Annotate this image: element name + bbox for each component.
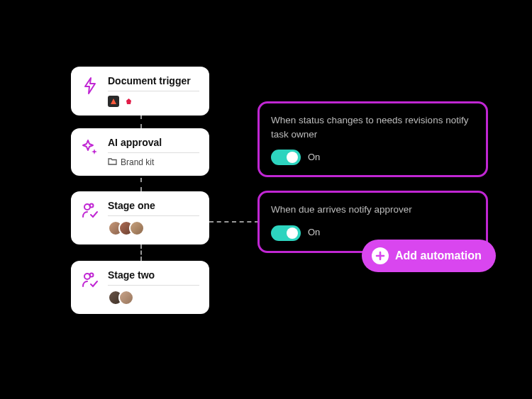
app-badges — [108, 96, 199, 107]
stage-title: Stage two — [108, 269, 199, 286]
stage-title: Stage one — [108, 200, 199, 216]
plus-circle-icon — [372, 247, 389, 264]
connector-vertical-3 — [140, 245, 142, 261]
avatars — [108, 220, 199, 236]
stage-card-stage-one[interactable]: Stage one — [71, 191, 209, 245]
svg-point-3 — [90, 274, 94, 277]
add-button-label: Add automation — [395, 249, 482, 262]
toggle-label: On — [308, 226, 320, 240]
user-check-icon — [81, 271, 99, 289]
connector-horizontal — [209, 221, 259, 223]
toggle-label: On — [308, 151, 320, 164]
connector-vertical-1 — [140, 115, 142, 128]
toggle-switch[interactable] — [271, 225, 301, 241]
avatar — [118, 290, 134, 305]
lightning-icon — [81, 77, 99, 95]
avatar — [129, 220, 145, 236]
app-badge-2 — [123, 96, 134, 107]
stage-card-document-trigger[interactable]: Document trigger — [71, 67, 209, 116]
stage-card-ai-approval[interactable]: AI approval Brand kit — [71, 128, 209, 176]
meta-label: Brand kit — [121, 157, 154, 167]
automation-description: When due arrives notify approver — [271, 203, 475, 217]
stage-title: AI approval — [108, 137, 199, 153]
user-check-icon — [81, 201, 99, 220]
add-automation-button[interactable]: Add automation — [362, 240, 496, 272]
sparkle-icon — [81, 138, 99, 157]
folder-icon — [108, 157, 117, 167]
app-badge-1 — [108, 96, 119, 107]
toggle-switch[interactable] — [271, 150, 301, 165]
avatars — [108, 290, 199, 305]
connector-vertical-2 — [140, 178, 142, 191]
svg-point-1 — [90, 204, 94, 208]
stage-card-stage-two[interactable]: Stage two — [71, 261, 209, 314]
automation-card[interactable]: When status changes to needs revisions n… — [257, 101, 488, 177]
stage-title: Document trigger — [108, 75, 199, 91]
stage-meta: Brand kit — [108, 157, 199, 167]
automation-description: When status changes to needs revisions n… — [271, 113, 475, 141]
